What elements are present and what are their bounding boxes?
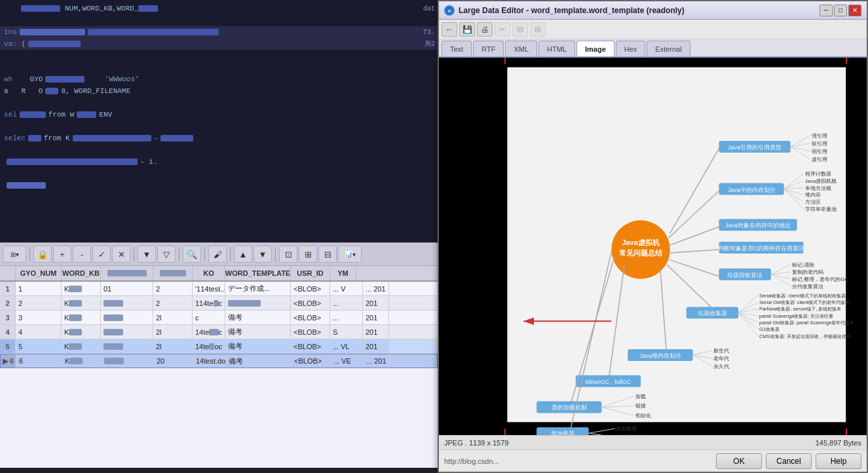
col-header-ko[interactable]: KO <box>193 266 225 280</box>
cell-ko[interactable]: '114test..oc <box>193 282 225 295</box>
cell-template[interactable]: 備考 <box>225 339 291 353</box>
add-btn[interactable]: + <box>53 246 71 263</box>
cell-gyo[interactable]: 4 <box>16 325 62 339</box>
cell-c4[interactable]: 2 <box>153 296 193 310</box>
cell-usr[interactable]: ... <box>330 296 363 310</box>
paste-btn[interactable]: ⊟ <box>318 246 337 263</box>
cell-c4[interactable]: 2l <box>153 311 193 324</box>
paint-btn[interactable]: 🖌 <box>208 246 227 263</box>
tab-xml[interactable]: XML <box>505 41 537 56</box>
cell-word-kb[interactable]: K <box>62 325 101 339</box>
table-row[interactable]: 5 5 K 2l 14te oc 備考 <BLOB> ... VL 201 <box>0 339 438 354</box>
cell-gyo[interactable]: 1 <box>16 282 62 295</box>
cell-usr[interactable]: ... VE <box>331 354 364 368</box>
help-button[interactable]: Help <box>816 453 861 469</box>
cell-usr[interactable]: ... VL <box>330 339 363 353</box>
cell-c4[interactable]: 2l <box>153 325 193 339</box>
tab-html[interactable]: HTML <box>538 41 575 56</box>
cell-usr[interactable]: S <box>330 325 363 339</box>
save-btn[interactable]: 💾 <box>459 22 475 37</box>
cell-c3[interactable] <box>101 296 153 310</box>
cell-ym[interactable]: 201 <box>363 296 389 310</box>
cell-word-kb[interactable]: K <box>62 282 101 295</box>
window-titlebar[interactable]: D Large Data Editor - word_template.word… <box>439 1 867 20</box>
col-header-c3[interactable] <box>101 266 153 280</box>
up-btn[interactable]: ▲ <box>234 246 252 263</box>
cancel-button[interactable]: Cancel <box>766 453 812 469</box>
table-row[interactable]: 1 1 K 01 2 '114test..oc データ作成... <BLOB> … <box>0 282 438 296</box>
cell-blob[interactable]: <BLOB> <box>291 282 330 295</box>
cell-ym[interactable]: ... 201 <box>364 354 390 368</box>
minimize-button[interactable]: ─ <box>820 5 833 16</box>
cell-blob[interactable]: <BLOB> <box>291 325 330 339</box>
cell-c4[interactable]: 2 <box>153 282 193 295</box>
col-header-c4[interactable] <box>153 266 193 280</box>
cell-ko[interactable]: 14te oc <box>193 339 225 353</box>
cell-gyo[interactable]: 2 <box>16 296 62 310</box>
remove-btn[interactable]: - <box>73 246 91 263</box>
filter2-btn[interactable]: ▽ <box>157 246 176 263</box>
col-header-usr[interactable]: USR_ID <box>291 266 330 280</box>
tab-image[interactable]: Image <box>576 41 614 56</box>
cell-c3[interactable] <box>101 339 153 353</box>
tab-external[interactable]: External <box>647 41 690 56</box>
cell-ko[interactable]: 114te c <box>193 296 225 310</box>
close-button[interactable]: ✕ <box>848 5 861 16</box>
cell-ym[interactable]: ... 201 <box>363 282 389 295</box>
copy-btn[interactable]: ⊞ <box>299 246 317 263</box>
cell-c4[interactable]: 2l <box>153 339 193 353</box>
table-row[interactable]: 3 3 K 2l c 備考 <BLOB> ... 201 <box>0 311 438 325</box>
cell-template[interactable]: 備考 <box>225 325 291 339</box>
cell-blob[interactable]: <BLOB> <box>291 339 330 353</box>
cell-usr[interactable]: ... <box>330 311 363 324</box>
cell-template[interactable]: 備考 <box>225 311 291 324</box>
tab-hex[interactable]: Hex <box>616 41 646 56</box>
tab-text[interactable]: Text <box>442 41 472 56</box>
cell-ko[interactable]: 14test.doc <box>193 354 226 368</box>
cell-ym[interactable]: 201 <box>363 311 389 324</box>
cell-ko[interactable]: 14te c <box>193 325 225 339</box>
cell-ym[interactable]: 201 <box>363 339 389 353</box>
cell-template[interactable] <box>225 296 291 310</box>
print-btn[interactable]: 🖨 <box>477 22 493 37</box>
grid-icon-btn[interactable]: ⊞▾ <box>3 246 26 263</box>
cell-usr[interactable]: ... V <box>330 282 363 295</box>
cell-c3[interactable] <box>102 354 154 368</box>
table-row[interactable]: 4 4 K 2l 14te c 備考 <BLOB> S 201 <box>0 325 438 339</box>
cell-ym[interactable]: 201 <box>363 325 389 339</box>
cell-template[interactable]: データ作成... <box>225 282 291 295</box>
col-header-ym[interactable]: YM <box>330 266 356 280</box>
table-row[interactable]: ▶ 6 6 K 20 14test.doc 備考 <BLOB> ... VE .… <box>0 354 438 368</box>
tab-rtf[interactable]: RTF <box>473 41 504 56</box>
filter-btn[interactable]: ▼ <box>138 246 156 263</box>
cell-gyo[interactable]: 3 <box>16 311 62 324</box>
ok-button[interactable]: OK <box>716 453 762 469</box>
down-btn[interactable]: ▼ <box>254 246 272 263</box>
cell-blob[interactable]: <BLOB> <box>292 354 331 368</box>
check-btn[interactable]: ✓ <box>92 246 111 263</box>
chart-btn[interactable]: 📊▾ <box>338 246 362 263</box>
col-header-gyo[interactable]: GYO_NUM <box>16 266 62 280</box>
col-header-template[interactable]: WORD_TEMPLATE <box>225 266 291 280</box>
cell-c4[interactable]: 20 <box>154 354 193 368</box>
cell-word-kb[interactable]: K <box>62 296 101 310</box>
lock-btn[interactable]: 🔒 <box>33 246 52 263</box>
cancel-row-btn[interactable]: ✕ <box>112 246 130 263</box>
cell-word-kb[interactable]: K <box>62 311 101 324</box>
cell-c3[interactable]: 01 <box>101 282 153 295</box>
cell-ko[interactable]: c <box>193 311 225 324</box>
cell-c3[interactable] <box>101 311 153 324</box>
col-header-word[interactable]: WORD_KB <box>62 266 101 280</box>
cell-word-kb[interactable]: K <box>62 339 101 353</box>
cell-blob[interactable]: <BLOB> <box>291 296 330 310</box>
cell-template[interactable]: 備考 <box>226 354 292 368</box>
back-btn[interactable]: ← <box>442 22 457 37</box>
cell-word-kb[interactable]: K <box>62 354 102 368</box>
maximize-button[interactable]: □ <box>834 5 847 16</box>
cell-blob[interactable]: <BLOB> <box>291 311 330 324</box>
cell-c3[interactable] <box>101 325 153 339</box>
cell-gyo[interactable]: 6 <box>16 354 62 368</box>
table-row[interactable]: 2 2 K 2 114te c <BLOB> ... 201 <box>0 296 438 311</box>
search-btn[interactable]: 🔍 <box>183 246 201 263</box>
export-btn[interactable]: ⊡ <box>279 246 297 263</box>
